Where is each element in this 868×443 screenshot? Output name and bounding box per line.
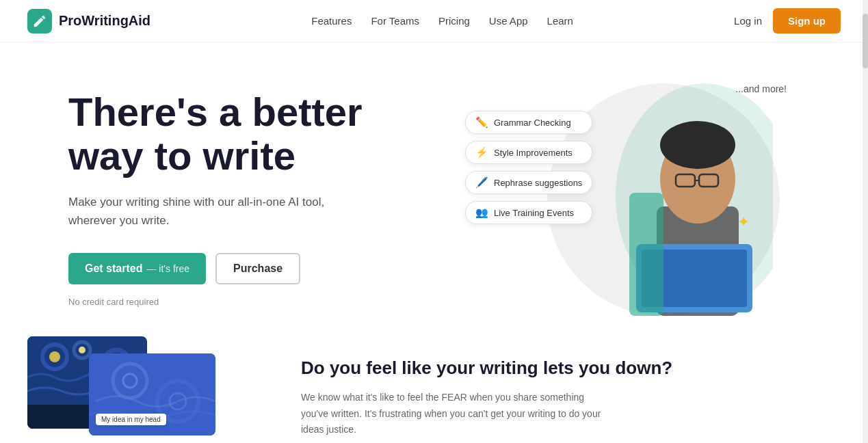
- style-icon: ⚡: [475, 146, 488, 159]
- nav-features[interactable]: Features: [311, 15, 352, 27]
- nav-for-teams[interactable]: For Teams: [371, 15, 419, 27]
- nav-learn[interactable]: Learn: [547, 15, 573, 27]
- nav-use-app[interactable]: Use App: [489, 15, 528, 27]
- svg-point-15: [79, 347, 86, 353]
- signup-button[interactable]: Sign up: [773, 8, 841, 33]
- get-started-button[interactable]: Get started — it's free: [68, 253, 206, 284]
- svg-text:✦: ✦: [737, 213, 750, 230]
- login-link[interactable]: Log in: [734, 15, 762, 27]
- training-icon: 👥: [475, 206, 488, 219]
- hero-left: There's a better way to write Make your …: [68, 77, 465, 307]
- pen-icon: [32, 14, 47, 29]
- rephrase-icon: 🖊️: [475, 176, 488, 189]
- hero-buttons: Get started — it's free Purchase: [68, 253, 465, 284]
- bottom-section: My idea in my head Do you feel like your…: [0, 336, 868, 443]
- grammar-icon: ✏️: [475, 116, 488, 129]
- svg-rect-9: [629, 193, 663, 316]
- nav-links: Features For Teams Pricing Use App Learn: [311, 15, 573, 27]
- navbar: ProWritingAid Features For Teams Pricing…: [0, 0, 868, 42]
- svg-point-13: [49, 351, 60, 362]
- hero-subtitle: Make your writing shine with our all-in-…: [68, 193, 328, 230]
- purchase-button[interactable]: Purchase: [215, 253, 300, 284]
- logo-link[interactable]: ProWritingAid: [27, 9, 150, 33]
- hero-illustration: ...and more! ✏️ Grammar Checking ⚡ Style…: [465, 70, 793, 316]
- section-title: Do you feel like your writing lets you d…: [301, 357, 800, 380]
- logo-icon: [27, 9, 52, 33]
- idea-tag: My idea in my head: [96, 414, 166, 425]
- section-desc: We know what it's like to feel the FEAR …: [301, 390, 609, 438]
- navbar-actions: Log in Sign up: [734, 8, 841, 33]
- person-svg: ✦: [568, 70, 773, 323]
- scrollbar[interactable]: [863, 0, 868, 443]
- scrollbar-thumb[interactable]: [863, 14, 868, 68]
- svg-point-3: [660, 121, 735, 169]
- hero-title: There's a better way to write: [68, 90, 465, 178]
- no-credit-text: No credit card required: [68, 297, 465, 307]
- images-stack: My idea in my head: [27, 336, 260, 432]
- brand-name: ProWritingAid: [59, 13, 150, 29]
- nav-pricing[interactable]: Pricing: [438, 15, 470, 27]
- hero-section: There's a better way to write Make your …: [0, 42, 868, 336]
- bottom-images: My idea in my head: [27, 336, 260, 432]
- bottom-right: Do you feel like your writing lets you d…: [301, 336, 800, 438]
